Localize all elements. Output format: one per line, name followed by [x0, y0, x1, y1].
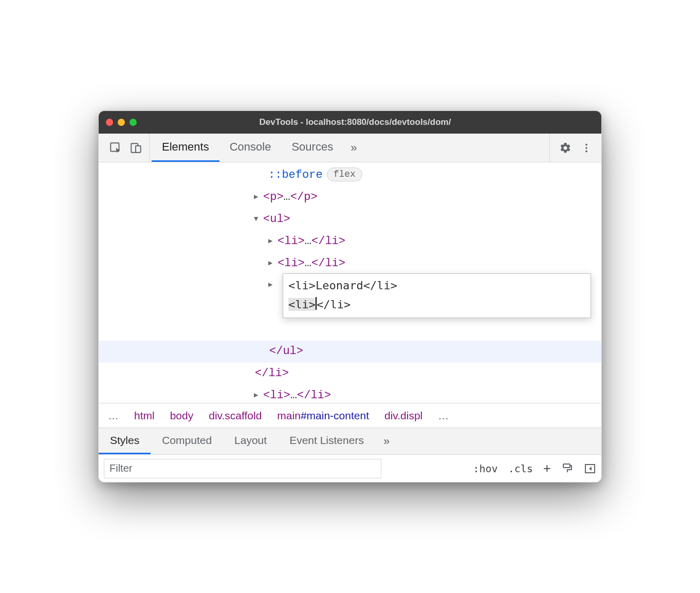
dom-node-ul-close[interactable]: </ul>	[99, 341, 601, 363]
subtab-event-listeners[interactable]: Event Listeners	[278, 428, 375, 454]
breadcrumb-item-html[interactable]: html	[134, 410, 155, 422]
gear-icon[interactable]	[559, 142, 572, 154]
toolbar-left-icons	[103, 134, 150, 162]
subtab-computed[interactable]: Computed	[151, 428, 223, 454]
dom-node-li[interactable]: ▶<li>…</li>	[99, 253, 601, 275]
tabs-overflow-button[interactable]: »	[343, 134, 364, 162]
main-toolbar: Elements Console Sources »	[99, 134, 601, 162]
dom-breadcrumb[interactable]: … html body div.scaffold main#main-conte…	[99, 403, 601, 428]
main-panel-tabs: Elements Console Sources »	[150, 134, 549, 162]
subtab-layout[interactable]: Layout	[223, 428, 278, 454]
tab-elements[interactable]: Elements	[152, 134, 219, 162]
subtabs-overflow-button[interactable]: »	[375, 428, 398, 454]
new-style-rule-button[interactable]: +	[543, 460, 551, 476]
styles-toolbar-buttons: :hov .cls +	[473, 460, 596, 476]
breadcrumb-item-body[interactable]: body	[170, 410, 194, 422]
hov-toggle-button[interactable]: :hov	[473, 462, 498, 475]
breadcrumb-item-div-scaffold[interactable]: div.scaffold	[209, 410, 262, 422]
dom-pseudo-before[interactable]: ::beforeflex	[99, 164, 601, 187]
cls-toggle-button[interactable]: .cls	[508, 462, 533, 475]
expand-arrow-icon[interactable]: ▶	[254, 190, 263, 204]
zoom-window-button[interactable]	[130, 119, 137, 126]
styles-panel-tabs: Styles Computed Layout Event Listeners »	[99, 428, 601, 454]
device-toggle-icon[interactable]	[130, 141, 143, 155]
paint-icon[interactable]	[561, 462, 574, 475]
tab-sources[interactable]: Sources	[281, 134, 343, 162]
dom-node-ul[interactable]: ▼<ul>	[99, 209, 601, 231]
edit-line-2[interactable]: <li></li>	[288, 295, 585, 314]
elements-dom-tree[interactable]: ::beforeflex ▶<p>…</p> ▼<ul> ▶<li>…</li>…	[99, 162, 601, 403]
dom-node-li[interactable]: ▶<li>…</li>	[99, 385, 601, 403]
flex-badge[interactable]: flex	[327, 168, 362, 181]
svg-rect-2	[136, 145, 141, 152]
devtools-window: DevTools - localhost:8080/docs/devtools/…	[98, 110, 602, 483]
inspect-element-icon[interactable]	[109, 141, 122, 155]
html-edit-box[interactable]: <li>Leonard</li> <li></li>	[283, 273, 591, 318]
subtab-styles[interactable]: Styles	[99, 428, 151, 454]
dom-node-p[interactable]: ▶<p>…</p>	[99, 187, 601, 209]
kebab-menu-icon[interactable]	[581, 142, 592, 154]
breadcrumb-ellipsis-right[interactable]: …	[438, 410, 449, 422]
window-title: DevTools - localhost:8080/docs/devtools/…	[147, 117, 563, 127]
edit-line-1[interactable]: <li>Leonard</li>	[288, 276, 585, 295]
styles-filter-bar: Filter :hov .cls +	[99, 454, 601, 482]
tab-console[interactable]: Console	[219, 134, 282, 162]
computed-panel-toggle-icon[interactable]	[584, 462, 596, 475]
svg-point-5	[585, 150, 587, 152]
expand-arrow-icon[interactable]: ▶	[268, 256, 278, 270]
minimize-window-button[interactable]	[118, 119, 125, 126]
svg-point-4	[585, 147, 587, 149]
expand-arrow-icon[interactable]: ▶	[268, 234, 278, 248]
breadcrumb-ellipsis-left[interactable]: …	[108, 410, 119, 422]
window-titlebar: DevTools - localhost:8080/docs/devtools/…	[99, 111, 601, 134]
dom-node-li[interactable]: ▶<li>…</li>	[99, 231, 601, 253]
styles-filter-input[interactable]: Filter	[104, 459, 381, 478]
svg-point-3	[585, 143, 587, 145]
toolbar-right-icons	[549, 134, 597, 162]
close-window-button[interactable]	[106, 119, 113, 126]
expand-arrow-icon[interactable]: ▶	[268, 278, 278, 292]
dom-node-li-close[interactable]: </li>	[99, 363, 601, 385]
expand-arrow-icon[interactable]: ▶	[254, 388, 263, 402]
collapse-arrow-icon[interactable]: ▼	[254, 212, 263, 226]
breadcrumb-item-main[interactable]: main#main-content	[277, 410, 369, 422]
breadcrumb-item-div-displ[interactable]: div.displ	[384, 410, 422, 422]
traffic-lights	[106, 119, 137, 126]
svg-rect-6	[563, 464, 570, 468]
